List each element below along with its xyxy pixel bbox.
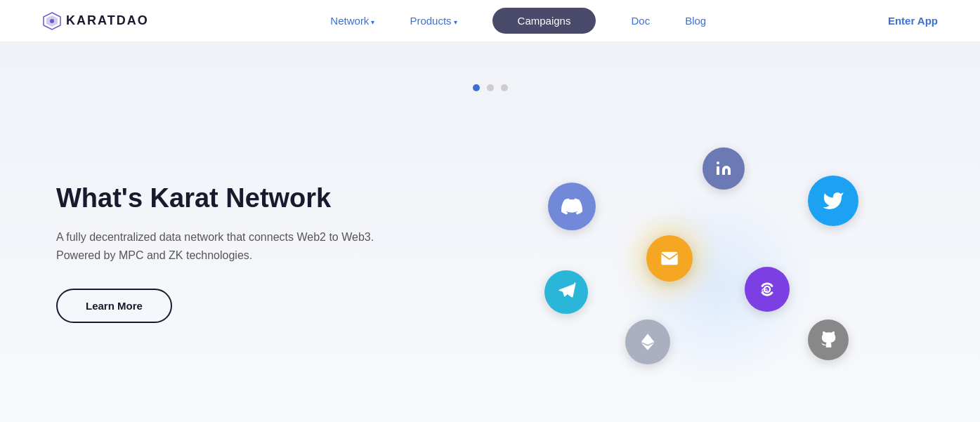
nav-item-products[interactable]: Products▾ — [410, 15, 457, 27]
enter-app-link[interactable]: Enter App — [888, 15, 938, 27]
nav-item-network[interactable]: Network▾ — [330, 15, 374, 27]
logo: KARATDAO — [42, 11, 149, 31]
learn-more-button[interactable]: Learn More — [56, 289, 172, 323]
hero-section: What's Karat Network A fully decentraliz… — [0, 42, 980, 422]
svg-marker-5 — [641, 334, 655, 345]
telegram-icon — [544, 270, 588, 314]
chevron-down-icon: ▾ — [454, 18, 457, 26]
discord-icon — [548, 183, 596, 230]
text-side: What's Karat Network A fully decentraliz… — [56, 183, 407, 324]
slide-dot-2[interactable] — [487, 84, 494, 91]
svg-point-2 — [50, 19, 54, 23]
hero-title: What's Karat Network — [56, 183, 407, 215]
slide-dot-1[interactable] — [473, 84, 480, 91]
email-icon — [646, 235, 693, 282]
slide-dots — [0, 42, 980, 91]
svg-text:∞: ∞ — [762, 284, 768, 295]
nav-link-campaigns[interactable]: Campaigns — [492, 8, 596, 34]
chevron-down-icon: ▾ — [371, 18, 374, 26]
slide-dot-3[interactable] — [501, 84, 508, 91]
chainlink-icon: ∞ — [745, 267, 790, 312]
navbar: KARATDAO Network▾ Products▾ Campaigns Do… — [0, 0, 980, 42]
logo-text: KARATDAO — [66, 13, 149, 28]
hero-description: A fully decentralized data network that … — [56, 228, 407, 264]
logo-icon — [42, 11, 62, 31]
nav-item-blog[interactable]: Blog — [685, 15, 706, 27]
nav-link-network[interactable]: Network▾ — [330, 15, 374, 27]
nav-link-doc[interactable]: Doc — [631, 15, 650, 27]
nav-links: Network▾ Products▾ Campaigns Doc Blog — [330, 8, 706, 34]
twitter-icon — [808, 176, 858, 226]
nav-link-blog[interactable]: Blog — [685, 15, 706, 27]
github-icon — [808, 319, 849, 360]
network-visualization: ∞ — [407, 119, 924, 386]
nav-item-campaigns[interactable]: Campaigns — [492, 8, 596, 34]
content-area: What's Karat Network A fully decentraliz… — [0, 91, 980, 386]
linkedin-icon — [703, 147, 745, 190]
ethereum-icon — [625, 319, 670, 364]
nav-link-products[interactable]: Products▾ — [410, 15, 457, 27]
svg-point-3 — [717, 161, 719, 164]
nav-item-doc[interactable]: Doc — [631, 15, 650, 27]
